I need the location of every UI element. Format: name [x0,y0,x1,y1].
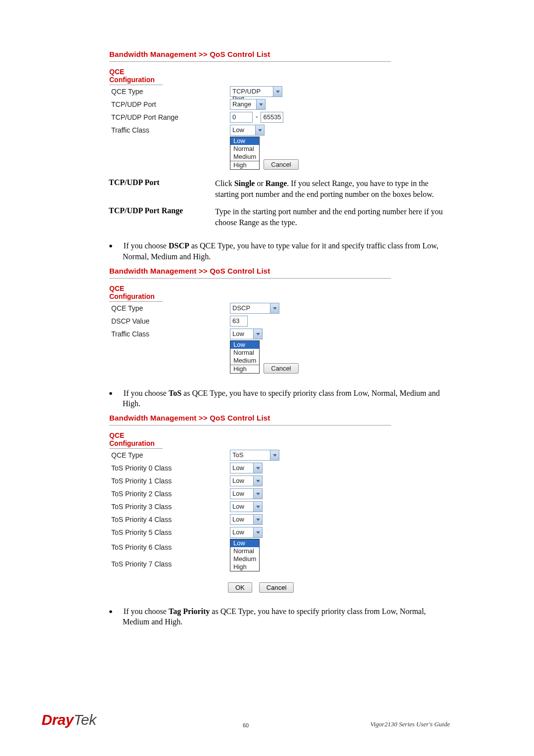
row-label: QCE Type [109,302,228,315]
option-medium[interactable]: Medium [230,153,259,161]
tos-class-select[interactable]: Low [230,514,263,525]
chevron-down-icon [253,515,262,524]
option-low[interactable]: Low [230,341,259,349]
bullet-paragraph: If you choose DSCP as QCE Type, you have… [109,240,450,262]
chevron-down-icon [273,87,282,96]
guide-title: Vigor2130 Series User's Guide [370,720,450,728]
traffic-class-dropdown-open[interactable]: Low Normal Medium High [230,340,260,374]
ok-button[interactable]: OK [228,582,252,593]
option-high[interactable]: High [230,563,259,571]
screenshot-panel-tos: Bandwidth Management >> QoS Control List… [109,413,450,593]
dscp-value-input[interactable]: 63 [230,316,248,327]
page-number: 60 [243,722,249,728]
chevron-down-icon [253,463,262,473]
description-row: TCP/UDP Port Range Type in the starting … [109,206,450,228]
cancel-button[interactable]: Cancel [264,363,298,374]
traffic-class-dropdown-open[interactable]: Low Normal Medium High [230,137,260,170]
section-title: QCE Configuration [109,68,163,85]
chevron-down-icon [253,489,262,499]
row-label: QCE Type [109,85,228,98]
screenshot-panel-tcpudp: Bandwidth Management >> QoS Control List… [109,49,450,171]
row-label: Traffic Class [109,328,228,340]
tos-class-dropdown-open[interactable]: Low Normal Medium High [230,539,260,571]
option-medium[interactable]: Medium [230,357,259,365]
row-label: ToS Priority 0 Class [109,462,228,474]
section-title: QCE Configuration [109,431,163,449]
row-label: QCE Type [109,449,228,462]
breadcrumb: Bandwidth Management >> QoS Control List [109,414,391,425]
qce-type-select[interactable]: DSCP [230,303,279,314]
breadcrumb: Bandwidth Management >> QoS Control List [109,267,391,279]
row-label: ToS Priority 6 Class [109,539,228,556]
bullet-paragraph: If you choose ToS as QCE Type, you have … [109,388,450,409]
option-high[interactable]: High [230,365,259,373]
tos-class-select[interactable]: Low [230,475,263,486]
row-label: ToS Priority 7 Class [109,556,228,572]
row-label: TCP/UDP Port Range [109,111,228,124]
chevron-down-icon [270,450,279,460]
port-range-to-input[interactable]: 65535 [261,112,283,123]
qce-type-select[interactable]: ToS [230,450,279,461]
row-label: TCP/UDP Port [109,98,228,111]
section-title: QCE Configuration [109,284,163,302]
chevron-down-icon [256,99,265,109]
description-row: TCP/UDP Port Click Single or Range. If y… [109,178,450,199]
chevron-down-icon [253,476,262,486]
cancel-button[interactable]: Cancel [259,582,294,593]
tos-class-select[interactable]: Low [230,488,263,499]
traffic-class-select[interactable]: Low [230,125,265,136]
row-label: ToS Priority 2 Class [109,487,228,500]
option-normal[interactable]: Normal [230,349,259,357]
row-label: DSCP Value [109,315,228,328]
row-label: ToS Priority 3 Class [109,500,228,513]
row-label: ToS Priority 5 Class [109,526,228,539]
screenshot-panel-dscp: Bandwidth Management >> QoS Control List… [109,266,450,375]
qce-type-select[interactable]: TCP/UDP Port [230,86,282,97]
config-table: QCE Type TCP/UDP Port TCP/UDP Port Range [109,85,421,171]
option-low[interactable]: Low [230,137,259,145]
option-high[interactable]: High [230,161,259,169]
page-footer: DrayTek 60 Vigor2130 Series User's Guide [42,711,450,728]
tos-class-select[interactable]: Low [230,501,263,512]
option-medium[interactable]: Medium [230,555,259,563]
chevron-down-icon [255,125,264,135]
traffic-class-select[interactable]: Low [230,329,263,339]
row-label: ToS Priority 4 Class [109,513,228,526]
description-text: Click Single or Range. If you select Ran… [215,178,450,199]
tcpudp-port-select[interactable]: Range [230,99,266,110]
cancel-button[interactable]: Cancel [264,159,298,170]
description-term: TCP/UDP Port Range [109,206,215,228]
breadcrumb: Bandwidth Management >> QoS Control List [109,50,391,62]
chevron-down-icon [253,527,262,537]
brand-logo: DrayTek [42,711,96,728]
tos-class-select[interactable]: Low [230,527,263,538]
description-term: TCP/UDP Port [109,178,215,199]
row-label: ToS Priority 1 Class [109,474,228,487]
option-normal[interactable]: Normal [230,145,259,153]
row-label: Traffic Class [109,124,228,137]
chevron-down-icon [253,329,262,339]
option-low[interactable]: Low [230,539,259,547]
config-table: QCE Type DSCP DSCP Value 63 Traff [109,302,421,375]
option-normal[interactable]: Normal [230,547,259,555]
bullet-paragraph: If you choose Tag Priority as QCE Type, … [109,606,450,627]
port-range-from-input[interactable]: 0 [230,112,253,123]
chevron-down-icon [253,502,262,512]
description-text: Type in the starting port number and the… [215,206,450,228]
chevron-down-icon [270,303,279,313]
tos-class-select[interactable]: Low [230,463,263,473]
config-table: QCE Type ToS ToS Priority 0 ClassLow ToS… [109,449,421,572]
